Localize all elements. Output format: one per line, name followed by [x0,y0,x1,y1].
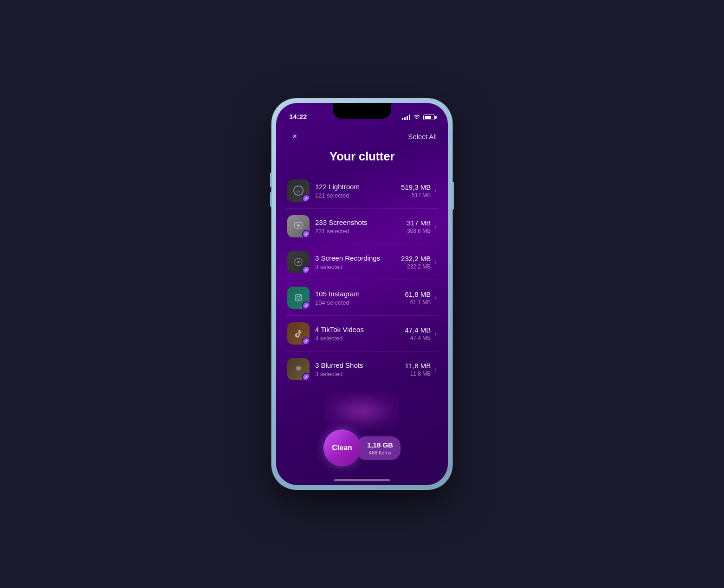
item-name: 122 Lightroom [315,182,395,192]
svg-point-10 [297,367,300,370]
item-info: 122 Lightroom 121 selected [310,182,401,199]
volume-up-button [270,173,272,187]
clean-button[interactable]: Clean [323,429,361,467]
item-size-sub: 308,6 MB [407,228,431,234]
signal-bar-1 [402,118,403,120]
item-selected-count: 104 selected [315,299,399,306]
volume-down-button [270,192,272,207]
item-size-sub: 47,4 MB [405,335,431,341]
clutter-list: Lr 122 Lightroom 121 selected 519,3 MB 5… [276,173,448,387]
power-button [452,182,454,210]
item-thumbnail-lightroom: Lr [287,179,310,202]
home-indicator [334,479,390,481]
item-size-main: 61,8 MB [405,290,431,298]
select-all-button[interactable]: Select All [408,133,437,141]
item-info: 3 Screen Recordings 3 selected [310,254,401,271]
svg-marker-5 [297,261,300,263]
bottom-glow [325,392,399,429]
screen-content: × Select All Your clutter Lr [276,123,448,485]
svg-point-3 [297,224,300,227]
chevron-right-icon: › [434,294,437,301]
item-selected-count: 121 selected [315,192,395,199]
signal-bar-4 [409,115,410,120]
item-name: 105 Instagram [315,289,399,299]
check-badge [302,301,310,309]
item-selected-count: 231 selected [315,228,401,235]
item-size: 317 MB 308,6 MB [407,219,435,234]
svg-text:Lr: Lr [297,189,300,193]
notch [333,103,391,119]
list-item[interactable]: Lr 122 Lightroom 121 selected 519,3 MB 5… [285,173,439,209]
item-size-sub: 11,8 MB [405,371,431,377]
item-size-sub: 61,1 MB [405,299,431,306]
battery-fill [425,116,431,119]
item-info: 105 Instagram 104 selected [310,289,405,307]
list-item[interactable]: 105 Instagram 104 selected 61,8 MB 61,1 … [285,280,439,316]
item-info: 233 Screenshots 231 selected [310,218,407,235]
signal-bar-3 [407,116,408,120]
item-size-main: 317 MB [407,219,431,227]
item-info: 3 Blurred Shots 3 selected [310,361,405,378]
item-name: 3 Screen Recordings [315,254,395,263]
item-size-main: 47,4 MB [405,326,431,334]
list-item[interactable]: 4 TikTok Videos 4 selected 47,4 MB 47,4 … [285,316,439,352]
item-selected-count: 3 selected [315,263,395,270]
item-name: 4 TikTok Videos [315,325,399,334]
item-thumbnail-blurred [287,358,310,380]
status-time: 14:22 [289,113,307,121]
item-size: 519,3 MB 517 MB [401,183,434,198]
size-badge: 1,18 GB 466 Items [357,436,401,460]
check-badge [302,266,310,273]
item-thumbnail-instagram [287,287,310,309]
item-size-main: 11,8 MB [405,362,431,370]
bottom-action-area: Clean 1,18 GB 466 Items [276,429,448,467]
item-name: 233 Screenshots [315,218,401,227]
svg-point-8 [300,295,301,296]
item-size: 232,2 MB 232,2 MB [401,255,434,270]
chevron-right-icon: › [434,330,437,337]
item-size-sub: 232,2 MB [401,263,431,270]
item-size-sub: 517 MB [401,192,431,198]
item-thumbnail-recordings [287,251,310,273]
signal-icon [402,115,410,120]
list-item[interactable]: 3 Blurred Shots 3 selected 11,8 MB 11,8 … [285,352,439,387]
total-size: 1,18 GB [367,441,393,449]
status-icons [402,114,435,121]
close-button[interactable]: × [287,129,302,144]
chevron-right-icon: › [434,187,437,194]
item-size-main: 232,2 MB [401,255,431,262]
chevron-right-icon: › [434,258,437,266]
item-name: 3 Blurred Shots [315,361,399,370]
item-size: 11,8 MB 11,8 MB [405,362,434,377]
item-selected-count: 4 selected [315,335,399,342]
phone-screen: 14:22 [276,103,448,485]
check-badge [302,194,310,202]
list-item[interactable]: 233 Screenshots 231 selected 317 MB 308,… [285,209,439,244]
item-size: 61,8 MB 61,1 MB [405,290,434,306]
page-title: Your clutter [276,147,448,173]
item-thumbnail-screenshots [287,215,310,237]
item-size: 47,4 MB 47,4 MB [405,326,434,341]
item-info: 4 TikTok Videos 4 selected [310,325,405,342]
top-bar: × Select All [276,123,448,147]
check-badge [302,230,310,237]
chevron-right-icon: › [434,223,437,230]
item-size-main: 519,3 MB [401,183,431,191]
check-badge [302,373,310,380]
signal-bar-2 [404,117,406,120]
check-badge [302,337,310,345]
list-item[interactable]: 3 Screen Recordings 3 selected 232,2 MB … [285,244,439,280]
chevron-right-icon: › [434,365,437,373]
phone-frame: 14:22 [272,98,452,490]
total-items: 466 Items [367,450,393,455]
svg-point-7 [297,296,300,300]
item-selected-count: 3 selected [315,371,399,377]
item-thumbnail-tiktok [287,322,310,345]
battery-icon [423,115,435,120]
wifi-icon [413,114,420,121]
